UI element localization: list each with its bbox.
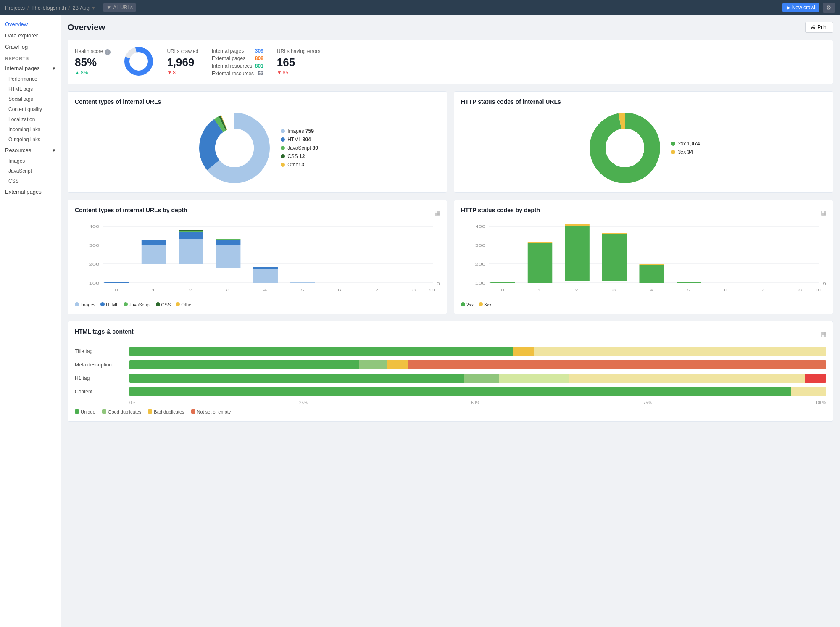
svg-text:5: 5 bbox=[300, 288, 304, 292]
urls-errors-label: URLs having errors bbox=[277, 48, 320, 54]
sidebar-item-css[interactable]: CSS bbox=[0, 176, 61, 186]
sidebar-item-crawl-log[interactable]: Crawl log bbox=[0, 41, 61, 53]
svg-text:300: 300 bbox=[475, 243, 485, 248]
svg-text:2: 2 bbox=[189, 288, 192, 292]
sidebar-item-data-explorer[interactable]: Data explorer bbox=[0, 30, 61, 41]
svg-rect-26 bbox=[216, 245, 240, 268]
h1-tag-label: H1 tag bbox=[75, 375, 129, 381]
content-depth-legend: Images HTML JavaScript CSS Other bbox=[75, 302, 440, 307]
sidebar-item-content-quality[interactable]: Content quality bbox=[0, 104, 61, 114]
http-depth-svg: 400 300 200 100 bbox=[461, 222, 826, 298]
svg-text:3: 3 bbox=[226, 288, 229, 292]
title-tag-row: Title tag bbox=[75, 347, 826, 356]
sidebar-item-resources[interactable]: Resources ▾ bbox=[0, 145, 61, 156]
print-label: Print bbox=[817, 24, 828, 30]
h1-tag-row: H1 tag bbox=[75, 374, 826, 383]
svg-text:400: 400 bbox=[475, 224, 485, 229]
legend-sq-unique bbox=[75, 409, 79, 414]
content-bar bbox=[129, 387, 826, 396]
svg-text:4: 4 bbox=[650, 288, 653, 292]
http-status-title: HTTP status codes of internal URLs bbox=[461, 98, 826, 105]
svg-rect-23 bbox=[179, 232, 203, 239]
content-types-donut-svg bbox=[197, 110, 272, 186]
urls-errors-value: 165 bbox=[277, 56, 320, 69]
sidebar-item-overview[interactable]: Overview bbox=[0, 18, 61, 30]
urls-crawled-delta: ▼ 8 bbox=[167, 70, 198, 76]
sidebar-item-javascript[interactable]: JavaScript bbox=[0, 166, 61, 176]
title-unique-seg bbox=[129, 347, 513, 356]
sidebar-item-localization[interactable]: Localization bbox=[0, 114, 61, 124]
play-icon: ▶ bbox=[787, 5, 790, 11]
svg-rect-28 bbox=[216, 239, 240, 240]
sidebar-item-images[interactable]: Images bbox=[0, 156, 61, 166]
content-label: Content bbox=[75, 389, 129, 395]
legend-html: HTML 304 bbox=[281, 137, 318, 142]
title-tag-bar bbox=[129, 347, 826, 356]
svg-rect-22 bbox=[179, 239, 203, 264]
svg-text:7: 7 bbox=[375, 288, 378, 292]
sidebar-item-performance[interactable]: Performance bbox=[0, 74, 61, 84]
page-header: Overview 🖨 Print bbox=[68, 22, 833, 33]
health-score-block: Health score i 85% ▲ 8% bbox=[75, 48, 111, 76]
bar-charts-row: Content types of internal URLs by depth … bbox=[68, 200, 833, 314]
urls-crawled-value: 1,969 bbox=[167, 56, 198, 69]
h1-error-seg bbox=[805, 374, 826, 383]
svg-rect-58 bbox=[639, 265, 664, 283]
sidebar-item-social-tags[interactable]: Social tags bbox=[0, 94, 61, 104]
settings-button[interactable]: ⚙ bbox=[823, 3, 835, 13]
legend-2xx: 2xx 1,074 bbox=[671, 141, 700, 147]
meta-empty-seg bbox=[408, 360, 826, 369]
legend-sq-not-set bbox=[191, 409, 195, 414]
chevron-down-icon: ▾ bbox=[53, 65, 55, 71]
http-depth-card: HTTP status codes by depth ▦ 400 300 200 bbox=[454, 200, 833, 314]
print-button[interactable]: 🖨 Print bbox=[805, 22, 833, 33]
url-breakdown-table: Internal pages 309 External pages 808 In… bbox=[212, 47, 263, 77]
svg-rect-60 bbox=[677, 282, 701, 283]
svg-text:8: 8 bbox=[798, 288, 802, 292]
title-empty-seg bbox=[534, 347, 826, 356]
svg-text:5: 5 bbox=[687, 288, 690, 292]
svg-text:1: 1 bbox=[538, 288, 541, 292]
legend-dot-javascript bbox=[281, 146, 285, 150]
svg-text:9+: 9+ bbox=[816, 288, 823, 292]
content-types-inner: Images 759 HTML 304 JavaScript 30 C bbox=[75, 110, 440, 186]
svg-point-7 bbox=[215, 129, 254, 167]
svg-rect-24 bbox=[179, 231, 203, 232]
svg-text:8: 8 bbox=[412, 288, 416, 292]
breadcrumb-projects[interactable]: Projects bbox=[5, 5, 25, 11]
filter-button[interactable]: ▼ All URLs bbox=[103, 3, 136, 12]
sidebar-item-outgoing-links[interactable]: Outgoing links bbox=[0, 134, 61, 145]
breadcrumb-date[interactable]: 23 Aug bbox=[73, 5, 90, 11]
health-info-icon[interactable]: i bbox=[105, 49, 111, 55]
legend-css: CSS 12 bbox=[281, 153, 318, 159]
topbar: Projects / The-blogsmith / 23 Aug ▾ ▼ Al… bbox=[0, 0, 840, 15]
legend-dot-css bbox=[281, 154, 285, 158]
bar-chart-icon-html: ▦ bbox=[821, 331, 826, 337]
content-types-title: Content types of internal URLs bbox=[75, 98, 440, 105]
legend-dot-other bbox=[281, 163, 285, 167]
legend-dot-images bbox=[281, 129, 285, 133]
legend-other: Other 3 bbox=[281, 162, 318, 168]
meta-desc-bar bbox=[129, 360, 826, 369]
svg-text:0: 0 bbox=[437, 282, 440, 286]
svg-text:200: 200 bbox=[475, 262, 485, 266]
breadcrumb-area: Projects / The-blogsmith / 23 Aug ▾ ▼ Al… bbox=[5, 3, 136, 12]
legend-dot-2xx bbox=[671, 142, 675, 146]
svg-point-10 bbox=[606, 129, 644, 167]
sidebar-item-html-tags[interactable]: HTML tags bbox=[0, 84, 61, 94]
chevron-down-icon-resources: ▾ bbox=[53, 147, 55, 153]
sidebar-item-external-pages[interactable]: External pages bbox=[0, 186, 61, 198]
sidebar-item-internal-pages[interactable]: Internal pages ▾ bbox=[0, 63, 61, 74]
h1-tag-bar bbox=[129, 374, 826, 383]
svg-text:7: 7 bbox=[761, 288, 764, 292]
http-status-card: HTTP status codes of internal URLs 2xx 1… bbox=[454, 91, 833, 193]
new-crawl-button[interactable]: ▶ New crawl bbox=[782, 3, 819, 12]
legend-images: Images 759 bbox=[281, 128, 318, 134]
svg-text:1: 1 bbox=[152, 288, 155, 292]
breadcrumb-project[interactable]: The-blogsmith bbox=[32, 5, 66, 11]
sidebar-item-incoming-links[interactable]: Incoming links bbox=[0, 124, 61, 134]
svg-rect-54 bbox=[565, 226, 589, 281]
legend-3xx: 3xx 34 bbox=[671, 149, 700, 155]
content-types-card: Content types of internal URLs bbox=[68, 91, 447, 193]
svg-text:0: 0 bbox=[500, 288, 504, 292]
